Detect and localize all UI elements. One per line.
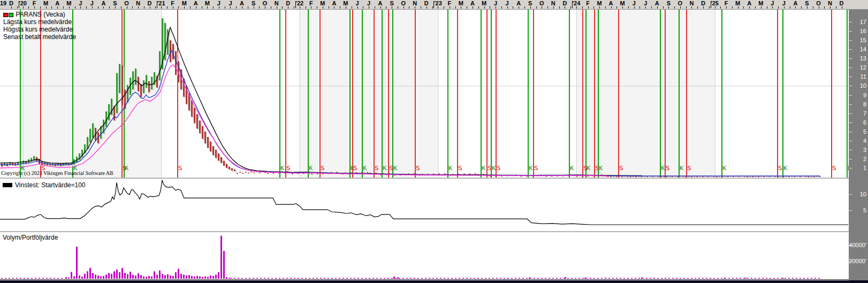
axis-month-label: N — [136, 0, 140, 6]
axis-tick — [691, 6, 692, 9]
axis-value-label: 11 — [861, 73, 866, 80]
sell-signal-line — [319, 10, 321, 178]
chart-window: 19D'20FMAMJJASOND'21FMAMJJASOND'22FMAMJJ… — [0, 0, 868, 283]
value-axis-sidebar[interactable]: 171615141312111098765432110540000'20000' — [849, 10, 868, 280]
axis-tick — [196, 6, 196, 9]
axis-month-label: D — [9, 0, 13, 6]
axis-tick — [132, 6, 133, 9]
vinstest-panel[interactable]: Vinstest: Startvärde=100 — [0, 180, 849, 231]
axis-value-label: 20000' — [849, 258, 866, 264]
axis-tick — [369, 6, 369, 9]
price-bar — [234, 170, 235, 171]
volume-bar — [132, 274, 134, 279]
buy-signal-label: K — [309, 165, 313, 171]
price-bar — [135, 68, 136, 85]
axis-value-label: 1 — [863, 165, 866, 171]
axis-tick — [17, 6, 18, 9]
instrument-title: PARANS (Vecka) — [16, 11, 65, 18]
axis-tick — [282, 6, 283, 9]
buy-signal-line — [349, 10, 351, 178]
axis-tick — [709, 6, 710, 9]
axis-tick — [824, 6, 825, 9]
axis-tick — [103, 6, 104, 9]
axis-month-label: O — [124, 0, 129, 6]
buy-signal-line — [491, 10, 492, 178]
time-axis[interactable]: 19D'20FMAMJJASOND'21FMAMJJASOND'22FMAMJJ… — [0, 0, 868, 10]
axis-month-label: S — [390, 0, 393, 6]
buy-signal-line — [308, 10, 309, 178]
volume-bar — [130, 272, 131, 279]
axis-value-label: 3 — [863, 147, 866, 153]
axis-month-label: '21 — [157, 0, 165, 6]
axis-month-label: M — [620, 0, 625, 6]
volume-bar — [140, 275, 142, 279]
axis-month-label: S — [805, 0, 809, 6]
axis-month-label: '24 — [573, 0, 581, 6]
axis-month-label: A — [55, 0, 59, 6]
sell-signal-label: S — [321, 165, 324, 171]
volume-bar — [84, 274, 86, 279]
axis-tick — [334, 6, 334, 9]
axis-tick — [849, 67, 852, 68]
axis-tick — [790, 6, 790, 9]
buy-signal-line — [721, 10, 722, 178]
axis-tick — [634, 6, 635, 9]
volume-bar — [121, 268, 123, 279]
axis-month-label: N — [689, 0, 694, 6]
axis-tick — [849, 104, 852, 105]
axis-tick — [639, 6, 640, 9]
axis-tick — [236, 6, 237, 9]
volume-panel[interactable]: Volym/Portföljvärde — [0, 233, 849, 280]
axis-tick — [849, 113, 852, 114]
sell-signal-label: S — [178, 165, 182, 171]
axis-tick — [427, 6, 427, 9]
buy-signal-line — [528, 10, 529, 178]
axis-month-label: A — [516, 0, 521, 6]
axis-tick — [761, 6, 762, 9]
volume-bar — [116, 270, 118, 279]
price-bar — [151, 77, 153, 89]
axis-month-label: A — [101, 0, 105, 6]
axis-tick — [207, 6, 208, 9]
price-bar — [210, 142, 211, 152]
buy-signal-label: K — [570, 165, 574, 171]
axis-tick — [392, 6, 392, 9]
axis-tick — [484, 6, 485, 9]
legend-item-lagsta: Lägsta kurs medelvärde — [3, 18, 76, 26]
axis-tick — [69, 6, 70, 9]
volume-title: Volym/Portföljvärde — [3, 234, 58, 241]
axis-tick — [461, 6, 461, 9]
price-bar — [196, 114, 198, 128]
sell-signal-label: S — [534, 165, 538, 171]
axis-tick — [34, 6, 35, 9]
axis-value-label: 9 — [863, 92, 866, 98]
buy-signal-label: K — [125, 165, 129, 171]
price-bar — [116, 73, 118, 113]
axis-tick — [490, 6, 490, 9]
axis-tick — [467, 6, 467, 9]
axis-month-label: J — [633, 0, 636, 6]
axis-month-label: J — [644, 0, 647, 6]
axis-tick — [501, 6, 502, 9]
axis-tick — [668, 6, 669, 9]
volume-bar — [191, 276, 193, 279]
axis-value-label: 5 — [863, 207, 866, 213]
axis-month-label: N — [413, 0, 417, 6]
axis-tick — [772, 6, 773, 9]
buy-signal-line — [569, 10, 570, 178]
price-bar — [138, 77, 139, 91]
volume-bar — [210, 276, 211, 279]
axis-tick — [559, 6, 560, 9]
volume-bar — [584, 278, 586, 279]
axis-tick — [674, 6, 675, 9]
buy-signal-label: K — [722, 165, 727, 171]
axis-month-label: '22 — [295, 0, 303, 6]
buy-signal-line — [847, 10, 848, 178]
buy-signal-label: K — [661, 165, 665, 171]
axis-tick — [842, 6, 842, 9]
axis-month-label: A — [793, 0, 797, 6]
axis-tick — [375, 6, 375, 9]
axis-tick — [553, 6, 554, 9]
volume-bar — [172, 276, 174, 279]
price-chart-panel[interactable]: KSKSKSKSKSKSKSKSKSKSKSKSKSKSKSKSKSKSKSKS… — [0, 10, 849, 178]
